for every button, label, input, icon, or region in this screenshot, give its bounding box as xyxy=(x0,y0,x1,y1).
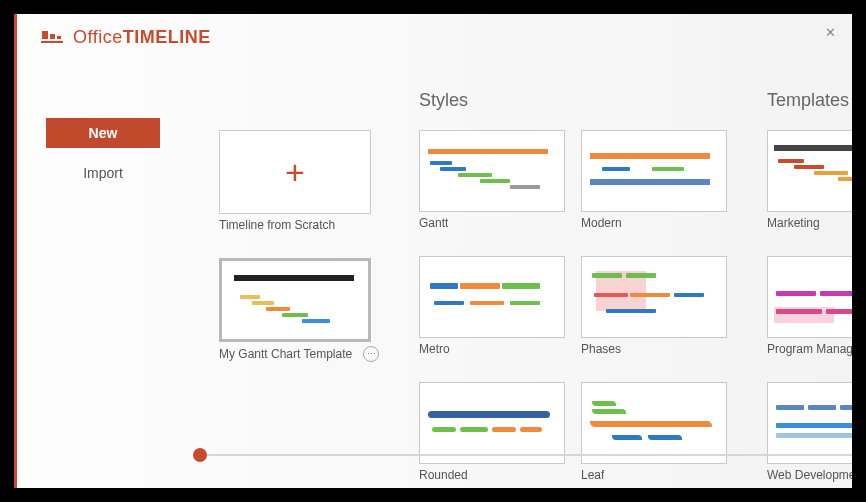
nav-new[interactable]: New xyxy=(46,118,160,148)
col-heading-templates: Templates xyxy=(767,90,852,120)
app-logo-icon xyxy=(41,28,63,46)
plus-icon: + xyxy=(285,153,305,192)
thumb-phases xyxy=(581,256,727,338)
template-picker-window: OfficeTIMELINE ✕ New Import + xyxy=(14,14,852,488)
caption-marketing: Marketing xyxy=(767,216,820,230)
thumb-rounded xyxy=(419,382,565,464)
thumb-webdev xyxy=(767,382,852,464)
thumb-modern xyxy=(581,130,727,212)
brand-text: OfficeTIMELINE xyxy=(73,27,211,48)
nav-import[interactable]: Import xyxy=(46,158,160,188)
svg-rect-1 xyxy=(42,31,48,39)
caption-metro: Metro xyxy=(419,342,450,356)
svg-rect-3 xyxy=(57,36,61,39)
main-panel: + Timeline from Scratch xyxy=(189,60,852,488)
thumb-program xyxy=(767,256,852,338)
tile-timeline-from-scratch[interactable]: + Timeline from Scratch xyxy=(219,130,379,232)
tile-marketing[interactable]: Marketing xyxy=(767,130,852,230)
caption-leaf: Leaf xyxy=(581,468,604,482)
brand: OfficeTIMELINE xyxy=(41,27,211,48)
col-heading-blank xyxy=(219,90,379,120)
tile-metro[interactable]: Metro xyxy=(419,256,565,356)
thumb-scratch: + xyxy=(219,130,371,214)
content-area: New Import + Timeline from Scratch xyxy=(17,60,852,488)
caption-program: Program Management xyxy=(767,342,852,356)
tile-phases[interactable]: Phases xyxy=(581,256,727,356)
local-templates-column: + Timeline from Scratch xyxy=(219,90,379,482)
svg-rect-2 xyxy=(50,34,55,39)
caption-modern: Modern xyxy=(581,216,622,230)
close-icon: ✕ xyxy=(825,25,836,40)
tile-my-gantt[interactable]: My Gantt Chart Template ⋯ xyxy=(219,258,379,362)
tile-gantt[interactable]: Gantt xyxy=(419,130,565,230)
horizontal-scroll-thumb[interactable] xyxy=(193,448,207,462)
styles-column: Styles Gantt xyxy=(419,90,727,482)
tile-leaf[interactable]: Leaf xyxy=(581,382,727,482)
caption-gantt: Gantt xyxy=(419,216,448,230)
caption-rounded: Rounded xyxy=(419,468,468,482)
col-heading-styles: Styles xyxy=(419,90,727,120)
thumb-metro xyxy=(419,256,565,338)
caption-phases: Phases xyxy=(581,342,621,356)
tile-modern[interactable]: Modern xyxy=(581,130,727,230)
titlebar: OfficeTIMELINE ✕ xyxy=(17,14,852,60)
caption-my-gantt: My Gantt Chart Template xyxy=(219,347,352,361)
thumb-gantt xyxy=(419,130,565,212)
thumb-my-gantt xyxy=(219,258,371,342)
tile-webdev[interactable]: Web Development Plan xyxy=(767,382,852,482)
templates-column: Templates Marketing xyxy=(767,90,852,482)
svg-rect-0 xyxy=(41,41,63,43)
thumb-leaf xyxy=(581,382,727,464)
thumb-marketing xyxy=(767,130,852,212)
more-button-my-gantt[interactable]: ⋯ xyxy=(363,346,379,362)
horizontal-scroll-track[interactable] xyxy=(193,454,852,456)
tile-program[interactable]: Program Management xyxy=(767,256,852,356)
tile-rounded[interactable]: Rounded xyxy=(419,382,565,482)
sidebar: New Import xyxy=(17,60,189,488)
close-button[interactable]: ✕ xyxy=(818,20,842,44)
caption-scratch: Timeline from Scratch xyxy=(219,218,335,232)
caption-webdev: Web Development Plan xyxy=(767,468,852,482)
